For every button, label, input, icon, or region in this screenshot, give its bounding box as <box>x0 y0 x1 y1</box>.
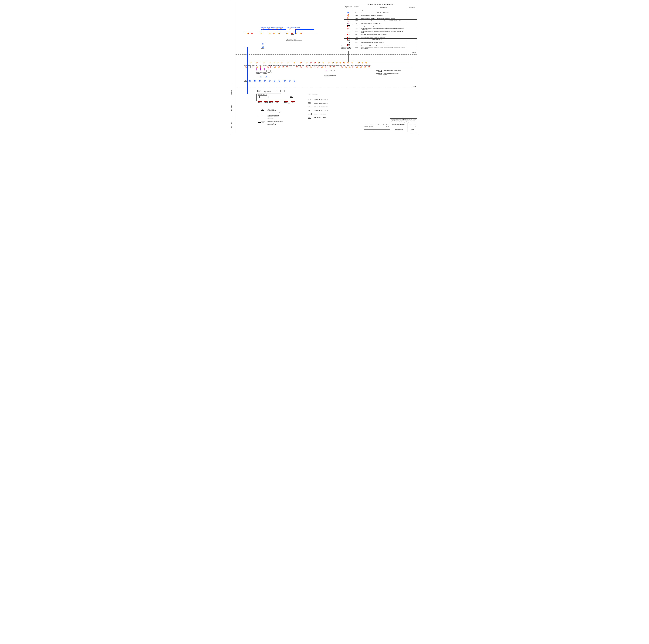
ark-ARK2: ARK2 <box>269 101 273 103</box>
note-sport: Спортзал, 1 этажУправление шкафом приточ… <box>341 45 355 51</box>
lo1-label: ЛО1 <box>244 80 247 82</box>
titleblock: АПС Капитальный ремонт здания МБОУ «Уран… <box>364 116 417 132</box>
note-teacher: Учительская, 2 этажУправление прибором р… <box>286 39 303 43</box>
note-elec: Электрощитовая, 1 этажКонтроль срабатыва… <box>324 74 341 78</box>
lo2-label: ЛО2 <box>244 46 247 48</box>
schematic-diagram: СП2 Учительская, 2 этажУправление прибор… <box>230 0 419 134</box>
shps-note: ШПС-12 исп.10Фойе, 1 этаж <box>264 91 271 94</box>
drawing-sheet: Инв. N° подл. Подп. и дата Взам. инв. N°… <box>230 0 419 134</box>
ap1-box: АР1 <box>325 70 328 72</box>
format-label: Формат А2А <box>411 133 417 134</box>
v220-tag: 220В <box>257 90 261 92</box>
cable-title: Обозначения кабеля <box>308 94 318 95</box>
note-vent: Помещение под вент. оборудование, 1 этаж… <box>383 70 401 77</box>
ark-ARK4: ARK4 <box>291 101 295 103</box>
ark-ARK3: ARK3 <box>264 101 267 103</box>
bial-f2-1: 3BIAL2.14 <box>261 42 265 45</box>
bial-f2-2: 3BIAL2.13 <box>261 46 265 49</box>
ark-ARK6,7: ARK6,7 <box>258 101 262 103</box>
ark-ARK5: ARK5 <box>285 101 288 103</box>
ark-ARK1: ARK1 <box>275 101 279 103</box>
